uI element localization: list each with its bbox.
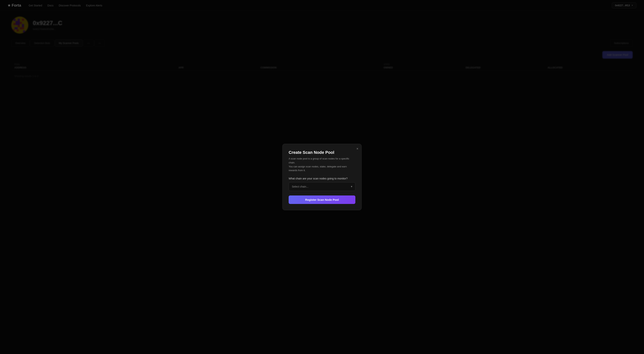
register-scan-node-pool-button[interactable]: Register Scan Node Pool	[289, 196, 355, 204]
modal-question: What chain are your scan nodes going to …	[289, 177, 355, 180]
modal-close-button[interactable]: ×	[356, 147, 358, 150]
modal-overlay[interactable]: × Create Scan Node Pool A scan node pool…	[0, 0, 644, 354]
modal-title: Create Scan Node Pool	[289, 150, 355, 155]
create-scan-node-pool-modal: × Create Scan Node Pool A scan node pool…	[282, 144, 362, 210]
chain-select-wrapper: Select chain... Ethereum Polygon BSC Ava…	[289, 182, 355, 191]
chain-select[interactable]: Select chain... Ethereum Polygon BSC Ava…	[289, 182, 355, 191]
modal-description-line2: You can assign scan nodes, stake, delega…	[289, 165, 347, 172]
modal-description-line1: A scan node pool is a group of scan node…	[289, 157, 349, 164]
modal-description: A scan node pool is a group of scan node…	[289, 157, 355, 172]
